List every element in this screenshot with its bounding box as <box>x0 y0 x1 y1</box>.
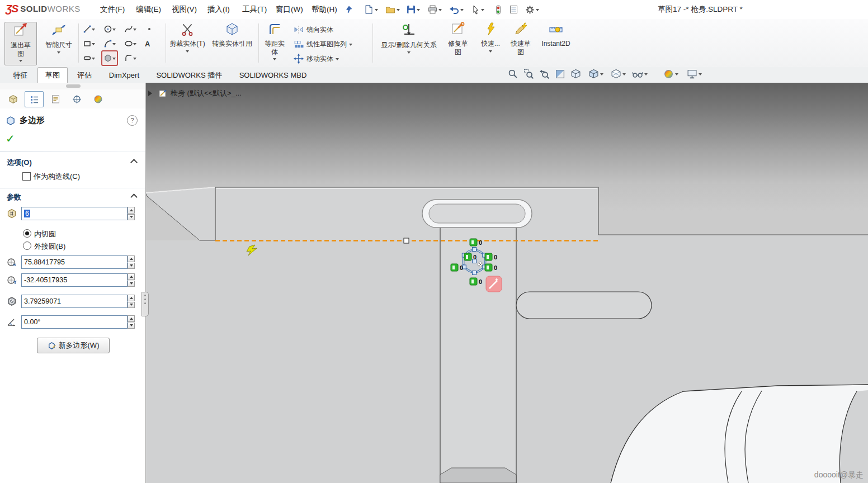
instant2d-button[interactable]: Instant2D <box>538 22 574 48</box>
smart-dimension-button[interactable]: 智能尺寸 <box>43 22 75 64</box>
options-sheet-button[interactable] <box>508 2 520 17</box>
sides-spinner[interactable] <box>128 207 135 220</box>
select-tool-button[interactable] <box>470 2 486 17</box>
new-document-button[interactable] <box>362 2 380 17</box>
inscribed-circle-radio[interactable] <box>23 229 31 238</box>
center-y-spinner[interactable] <box>128 273 135 287</box>
rectangle-tool-button[interactable] <box>82 37 96 50</box>
dimxpertmanager-tab[interactable] <box>67 91 86 107</box>
open-document-button[interactable] <box>384 2 402 17</box>
menu-edit[interactable]: 编辑(E) <box>130 0 167 18</box>
display-style-button[interactable] <box>611 69 626 79</box>
parameters-section-header[interactable]: 参数 <box>7 192 21 202</box>
view-orientation-button[interactable] <box>588 69 603 79</box>
rapid-snap-button[interactable]: 快速... <box>478 22 503 54</box>
options-section-header[interactable]: 选项(O) <box>7 158 32 168</box>
center-x-spinner[interactable] <box>128 255 135 269</box>
polygon-tool-button-active[interactable] <box>101 50 118 66</box>
model-chamfer-face[interactable] <box>145 187 215 240</box>
undo-button[interactable] <box>447 2 465 17</box>
convert-entities-button[interactable]: 转换实体引用 <box>208 22 256 48</box>
scroll-thumb[interactable] <box>66 84 81 88</box>
edit-appearance-button[interactable] <box>663 69 678 79</box>
angle-input[interactable]: 0.00° <box>21 315 128 329</box>
model-side-slot[interactable] <box>516 292 652 319</box>
help-button[interactable]: ? <box>127 115 138 126</box>
center-x-input[interactable]: 75.88417795 <box>21 255 128 269</box>
menu-window[interactable]: 窗口(W) <box>270 0 309 18</box>
ok-button[interactable]: ✓ <box>6 132 15 145</box>
breadcrumb[interactable]: 枪身 (默认<<默认>_... <box>148 88 242 98</box>
tab-features[interactable]: 特征 <box>6 68 35 83</box>
previous-view-button[interactable] <box>539 69 550 79</box>
relation-badge[interactable]: 0 <box>464 253 477 261</box>
zoom-area-button[interactable] <box>523 69 534 79</box>
hide-show-items-button[interactable] <box>632 69 648 79</box>
menu-view[interactable]: 视图(V) <box>166 0 203 18</box>
linear-sketch-pattern-button[interactable]: 线性草图阵列 <box>293 38 352 50</box>
tab-evaluate[interactable]: 评估 <box>70 68 99 83</box>
sides-input[interactable]: 6 <box>21 207 128 220</box>
relation-badge[interactable]: 0 <box>470 239 482 246</box>
menu-file[interactable]: 文件(F) <box>94 0 131 18</box>
print-button[interactable] <box>426 2 444 17</box>
diameter-spinner[interactable] <box>128 295 135 308</box>
rapid-sketch-button[interactable]: 快速草图 <box>507 22 535 56</box>
fillet-tool-button[interactable] <box>123 51 138 65</box>
displaymanager-tab[interactable] <box>88 91 107 107</box>
propertymanager-tab[interactable] <box>25 91 44 107</box>
center-y-input[interactable]: -32.40517935 <box>21 273 128 287</box>
move-entities-button[interactable]: 移动实体 <box>293 53 339 65</box>
trim-entities-button[interactable]: 剪裁实体(T) <box>169 22 206 54</box>
mirror-entities-button[interactable]: 镜向实体 <box>293 23 333 36</box>
parameters-collapse-chevron[interactable] <box>130 193 138 201</box>
offset-entities-button[interactable]: 等距实体 <box>262 22 287 62</box>
sketch-text-tool-button[interactable]: A <box>144 37 151 50</box>
tab-sketch[interactable]: 草图 <box>37 67 68 83</box>
relation-badge[interactable]: 0 <box>451 264 463 271</box>
menu-tools[interactable]: 工具(T) <box>236 0 273 18</box>
model-slot-hole[interactable] <box>429 204 525 223</box>
slot-tool-button[interactable] <box>82 51 96 65</box>
panel-splitter-grip[interactable] <box>141 292 149 316</box>
relation-badge[interactable]: 0 <box>485 264 497 271</box>
graphics-area[interactable]: 0 0 0 0 0 0 枪身 (默认<<默认>_... <box>145 83 868 483</box>
zoom-fit-button[interactable] <box>508 69 518 79</box>
construction-line-checkbox[interactable] <box>22 172 31 181</box>
model-barrel-end[interactable] <box>440 468 516 483</box>
section-view-button[interactable] <box>555 69 565 79</box>
new-polygon-button[interactable]: 新多边形(W) <box>37 338 110 353</box>
model-upper-band[interactable] <box>215 187 598 240</box>
section-cut-button[interactable] <box>570 69 581 79</box>
angle-spinner[interactable] <box>128 315 135 329</box>
ellipse-tool-button[interactable] <box>123 37 138 50</box>
tab-sw-addins[interactable]: SOLIDWORKS 插件 <box>149 68 229 83</box>
exit-sketch-button[interactable]: 退出草图 <box>4 22 37 65</box>
spline-tool-button[interactable] <box>123 22 138 36</box>
circle-diameter-input[interactable]: 3.79259071 <box>21 295 128 308</box>
line-tool-button[interactable] <box>82 22 96 36</box>
tab-dimxpert[interactable]: DimXpert <box>102 68 147 83</box>
circle-tool-button[interactable] <box>102 22 117 36</box>
view-settings-button[interactable] <box>687 69 702 79</box>
sketch-assistant-button[interactable] <box>486 276 502 292</box>
options-collapse-chevron[interactable] <box>130 159 138 166</box>
relation-badge[interactable]: 0 <box>485 253 497 261</box>
display-delete-relations-button[interactable]: 显示/删除几何关系 <box>376 22 442 55</box>
tab-sw-mbd[interactable]: SOLIDWORKS MBD <box>232 68 314 83</box>
settings-button[interactable] <box>523 2 541 17</box>
save-button[interactable] <box>405 2 422 17</box>
arc-tool-button[interactable] <box>102 37 117 50</box>
point-tool-button[interactable] <box>144 22 155 36</box>
viewport-canvas[interactable]: 0 0 0 0 0 0 <box>145 83 868 483</box>
relation-badge[interactable]: 0 <box>470 278 482 285</box>
menu-help[interactable]: 帮助(H) <box>305 0 343 18</box>
featuremanager-tree-tab[interactable] <box>3 91 22 107</box>
circumscribed-circle-radio[interactable] <box>23 242 31 250</box>
menu-insert[interactable]: 插入(I) <box>201 0 236 18</box>
rebuild-button[interactable] <box>492 2 504 17</box>
repair-sketch-button[interactable]: 修复草图 <box>444 22 472 56</box>
pin-menubar-icon[interactable] <box>342 2 355 17</box>
configurationmanager-tab[interactable] <box>46 91 65 107</box>
breadcrumb-expand-icon[interactable] <box>148 91 155 96</box>
